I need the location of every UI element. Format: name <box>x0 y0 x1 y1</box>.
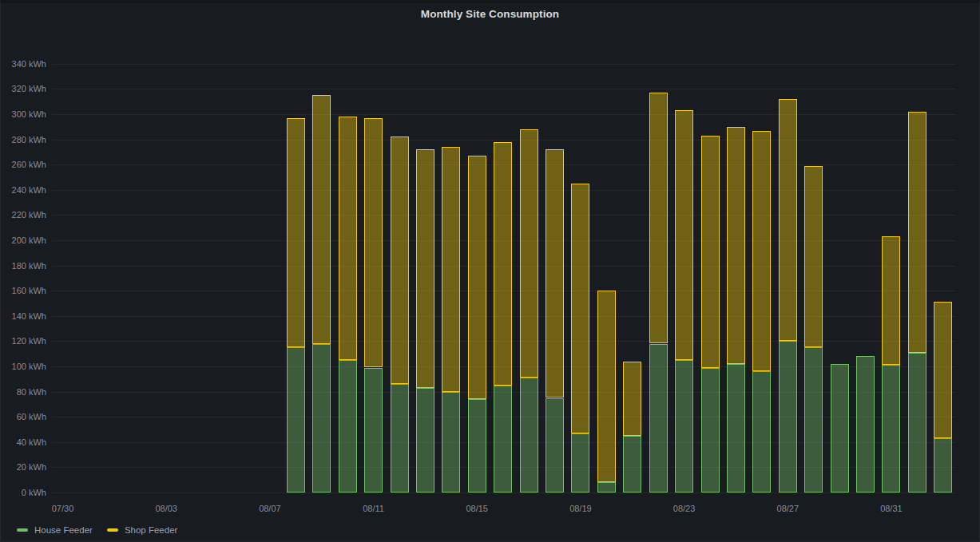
bar-segment-house-08/17[interactable] <box>520 378 538 493</box>
bar-segment-shop-08/12[interactable] <box>391 136 409 384</box>
bar-segment-shop-08/19[interactable] <box>571 184 589 433</box>
y-axis-label: 0 kWh <box>1 486 46 499</box>
y-axis-label: 160 kWh <box>1 284 46 297</box>
bar-segment-house-08/30[interactable] <box>856 356 875 493</box>
y-axis-label: 260 kWh <box>1 158 46 171</box>
bar-segment-shop-08/23[interactable] <box>675 110 693 360</box>
x-axis-label: 08/31 <box>866 503 917 514</box>
bar-segment-house-08/11[interactable] <box>364 368 383 493</box>
gridline <box>52 140 956 140</box>
bar-segment-house-08/08[interactable] <box>287 347 305 493</box>
y-axis-label: 200 kWh <box>1 234 46 247</box>
y-axis-label: 320 kWh <box>1 82 46 95</box>
legend-swatch-icon <box>107 528 118 532</box>
bar-segment-house-08/21[interactable] <box>623 436 641 493</box>
bar-segment-shop-08/08[interactable] <box>287 118 305 348</box>
plot-area: 0 kWh20 kWh40 kWh60 kWh80 kWh100 kWh120 … <box>1 3 979 540</box>
chart-panel: Monthly Site Consumption 0 kWh20 kWh40 k… <box>0 0 980 542</box>
bar-segment-shop-08/16[interactable] <box>494 142 512 386</box>
x-axis-label: 07/30 <box>38 503 89 514</box>
bar-segment-house-08/20[interactable] <box>597 482 616 493</box>
y-axis-label: 140 kWh <box>1 310 46 322</box>
bar-segment-shop-08/22[interactable] <box>649 93 668 343</box>
bar-segment-shop-08/13[interactable] <box>416 149 434 388</box>
y-axis-label: 180 kWh <box>1 259 46 272</box>
bar-segment-shop-08/14[interactable] <box>442 147 460 392</box>
legend: House FeederShop Feeder <box>17 520 177 540</box>
x-axis-label: 08/27 <box>762 503 813 514</box>
gridline <box>52 114 956 115</box>
legend-label: Shop Feeder <box>125 525 178 535</box>
bar-segment-shop-08/28[interactable] <box>804 166 823 348</box>
bar-segment-shop-08/27[interactable] <box>779 99 797 341</box>
bar-segment-house-08/14[interactable] <box>442 392 460 493</box>
bar-segment-house-08/25[interactable] <box>727 364 745 493</box>
legend-label: House Feeder <box>34 525 93 535</box>
bar-segment-house-08/09[interactable] <box>312 344 331 493</box>
x-axis-label: 08/03 <box>141 503 192 514</box>
bar-segment-house-08/22[interactable] <box>649 344 668 493</box>
bar-segment-house-09/01[interactable] <box>908 353 926 493</box>
y-axis-label: 40 kWh <box>1 436 46 449</box>
bar-segment-house-08/15[interactable] <box>468 399 486 493</box>
bar-segment-shop-08/09[interactable] <box>312 95 331 343</box>
bar-segment-shop-08/21[interactable] <box>623 362 641 436</box>
bar-segment-house-08/28[interactable] <box>804 347 823 493</box>
y-axis-label: 240 kWh <box>1 184 46 196</box>
bar-segment-house-08/13[interactable] <box>416 388 434 493</box>
bar-segment-shop-08/31[interactable] <box>882 236 900 365</box>
bar-segment-house-09/02[interactable] <box>934 438 952 493</box>
y-axis-label: 300 kWh <box>1 108 46 121</box>
bar-segment-house-08/27[interactable] <box>779 341 797 493</box>
y-axis-label: 80 kWh <box>1 386 46 398</box>
bar-segment-house-08/18[interactable] <box>546 398 564 493</box>
bar-segment-house-08/12[interactable] <box>391 384 409 493</box>
x-axis-label: 08/23 <box>659 503 710 514</box>
y-axis-label: 20 kWh <box>1 461 46 473</box>
y-axis-label: 220 kWh <box>1 208 46 221</box>
x-axis-label: 08/11 <box>348 503 399 514</box>
bar-segment-shop-08/24[interactable] <box>701 136 720 368</box>
y-axis-label: 100 kWh <box>1 360 46 373</box>
y-axis-label: 60 kWh <box>1 410 46 423</box>
bar-segment-shop-08/25[interactable] <box>727 127 745 364</box>
bar-segment-house-08/23[interactable] <box>675 360 693 493</box>
bar-segment-shop-08/17[interactable] <box>520 129 538 378</box>
x-axis-label: 08/07 <box>244 503 296 514</box>
legend-item-shop-feeder[interactable]: Shop Feeder <box>107 525 178 535</box>
bar-segment-house-08/19[interactable] <box>571 433 589 493</box>
bar-segment-house-08/10[interactable] <box>339 360 357 493</box>
bar-segment-shop-08/11[interactable] <box>364 118 383 368</box>
legend-item-house-feeder[interactable]: House Feeder <box>17 525 93 535</box>
bar-segment-shop-08/20[interactable] <box>597 291 616 482</box>
gridline <box>52 493 956 493</box>
y-axis-label: 340 kWh <box>1 57 46 70</box>
bar-segment-shop-09/01[interactable] <box>908 112 926 353</box>
bar-segment-house-08/24[interactable] <box>701 368 720 493</box>
bar-segment-shop-08/18[interactable] <box>546 149 564 398</box>
bar-segment-house-08/26[interactable] <box>752 371 771 493</box>
gridline <box>52 64 956 65</box>
bar-segment-shop-08/15[interactable] <box>468 156 486 399</box>
bar-segment-house-08/31[interactable] <box>882 365 900 493</box>
legend-swatch-icon <box>17 528 28 532</box>
bar-segment-shop-08/26[interactable] <box>752 131 771 372</box>
y-axis-label: 120 kWh <box>1 334 46 347</box>
x-axis-label: 08/19 <box>555 503 606 514</box>
bar-segment-house-08/16[interactable] <box>494 386 512 493</box>
y-axis-label: 280 kWh <box>1 133 46 146</box>
bar-segment-shop-09/02[interactable] <box>934 302 952 438</box>
bar-segment-shop-08/10[interactable] <box>339 117 357 360</box>
x-axis-label: 08/15 <box>451 503 502 514</box>
gridline <box>52 89 956 89</box>
bar-segment-house-08/29[interactable] <box>831 364 849 493</box>
